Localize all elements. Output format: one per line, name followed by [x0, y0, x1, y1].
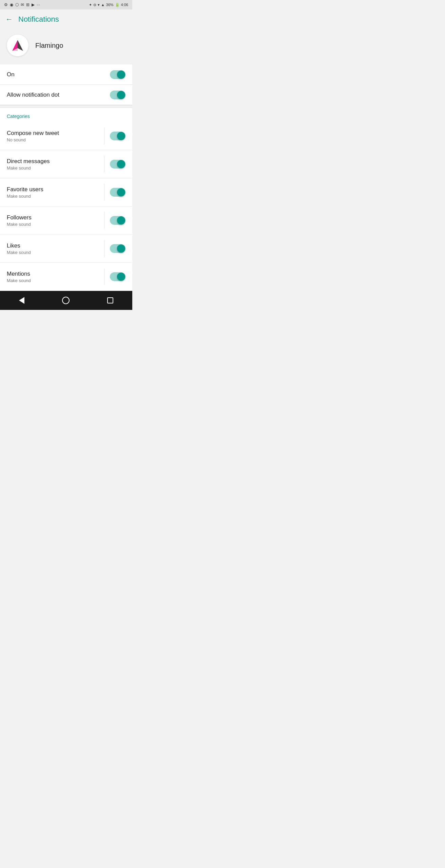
- gmail-status-icon: ✉: [21, 2, 24, 7]
- dm-sublabel: Make sound: [7, 165, 99, 171]
- nav-recents-button[interactable]: [99, 295, 121, 306]
- nav-recents-icon: [107, 297, 113, 303]
- notification-dot-toggle[interactable]: [110, 91, 125, 99]
- dm-thumb: [117, 160, 125, 168]
- likes-label: Likes: [7, 242, 99, 249]
- category-row-likes: Likes Make sound: [0, 235, 132, 263]
- category-dm-left: Direct messages Make sound: [7, 158, 99, 171]
- flamingo-app-icon: [11, 39, 24, 52]
- category-followers-left: Followers Make sound: [7, 214, 99, 227]
- category-mentions-left: Mentions Make sound: [7, 271, 99, 283]
- divider-followers: [104, 212, 104, 229]
- followers-thumb: [117, 216, 125, 224]
- followers-sublabel: Make sound: [7, 222, 99, 227]
- notification-dot-label: Allow notification dot: [7, 92, 59, 98]
- settings-status-icon: ⚙: [4, 2, 8, 7]
- dm-label: Direct messages: [7, 158, 99, 165]
- followers-label: Followers: [7, 214, 99, 221]
- bluetooth-icon: ✦: [89, 3, 92, 7]
- likes-thumb: [117, 244, 125, 253]
- clock: 4:06: [121, 3, 128, 7]
- fav-users-sublabel: Make sound: [7, 194, 99, 199]
- svg-marker-1: [18, 40, 23, 51]
- instagram-status-icon: ⬡: [15, 2, 19, 7]
- fav-users-toggle[interactable]: [110, 188, 125, 197]
- divider-fav-users: [104, 184, 104, 201]
- category-compose-left: Compose new tweet No sound: [7, 130, 99, 142]
- categories-label: Categories: [7, 114, 30, 119]
- divider-mentions: [104, 268, 104, 285]
- chrome-status-icon: ◉: [10, 2, 13, 7]
- category-row-favorite-users: Favorite users Make sound: [0, 178, 132, 206]
- mentions-label: Mentions: [7, 271, 99, 277]
- page-title: Notifications: [18, 15, 59, 24]
- nav-home-icon: [62, 297, 70, 304]
- status-bar-left: ⚙ ◉ ⬡ ✉ ⊞ ▶ ···: [4, 2, 40, 7]
- likes-sublabel: Make sound: [7, 250, 99, 255]
- category-row-followers: Followers Make sound: [0, 206, 132, 235]
- divider-compose: [104, 127, 104, 144]
- compose-tweet-thumb: [117, 132, 125, 140]
- nav-back-icon: [19, 297, 24, 304]
- app-icon-wrapper: [7, 35, 28, 56]
- divider-dm: [104, 156, 104, 173]
- compose-tweet-sublabel: No sound: [7, 137, 99, 142]
- nav-back-button[interactable]: [11, 294, 33, 307]
- categories-header: Categories: [0, 108, 132, 122]
- youtube-status-icon: ▶: [32, 2, 35, 7]
- nav-bar: [0, 291, 132, 310]
- mentions-thumb: [117, 273, 125, 281]
- app-name: Flamingo: [35, 42, 63, 50]
- on-toggle-thumb: [117, 71, 125, 79]
- category-fav-users-left: Favorite users Make sound: [7, 186, 99, 199]
- fav-users-thumb: [117, 188, 125, 196]
- compose-tweet-label: Compose new tweet: [7, 130, 99, 137]
- mentions-sublabel: Make sound: [7, 278, 99, 283]
- category-row-dm: Direct messages Make sound: [0, 150, 132, 178]
- likes-toggle[interactable]: [110, 244, 125, 253]
- app-bar: ← Notifications: [0, 9, 132, 28]
- mentions-toggle[interactable]: [110, 272, 125, 281]
- photos-status-icon: ⊞: [26, 2, 30, 7]
- settings-list: On Allow notification dot Categories Com…: [0, 64, 132, 291]
- notification-dot-row: Allow notification dot: [0, 85, 132, 105]
- status-bar: ⚙ ◉ ⬡ ✉ ⊞ ▶ ··· ✦ ⊖ ▾ ▲ 36% 🔋 4:06: [0, 0, 132, 9]
- app-info-section: Flamingo: [0, 28, 132, 64]
- more-status-icon: ···: [37, 2, 40, 7]
- section-divider: [0, 105, 132, 108]
- notification-dot-thumb: [117, 91, 125, 99]
- fav-users-label: Favorite users: [7, 186, 99, 193]
- back-button[interactable]: ←: [5, 15, 13, 24]
- divider-likes: [104, 240, 104, 257]
- dm-toggle[interactable]: [110, 160, 125, 169]
- category-row-mentions: Mentions Make sound: [0, 263, 132, 291]
- category-row-compose: Compose new tweet No sound: [0, 122, 132, 150]
- do-not-disturb-icon: ⊖: [93, 3, 96, 7]
- compose-tweet-toggle[interactable]: [110, 132, 125, 140]
- battery-percentage: 36%: [106, 3, 114, 7]
- nav-home-button[interactable]: [54, 294, 78, 307]
- on-toggle-row: On: [0, 64, 132, 85]
- signal-icon: ▲: [101, 3, 105, 7]
- on-label: On: [7, 71, 15, 78]
- category-likes-left: Likes Make sound: [7, 242, 99, 255]
- status-bar-right: ✦ ⊖ ▾ ▲ 36% 🔋 4:06: [89, 3, 128, 7]
- on-toggle[interactable]: [110, 70, 125, 79]
- battery-icon: 🔋: [115, 3, 120, 7]
- wifi-icon: ▾: [98, 3, 100, 7]
- followers-toggle[interactable]: [110, 216, 125, 225]
